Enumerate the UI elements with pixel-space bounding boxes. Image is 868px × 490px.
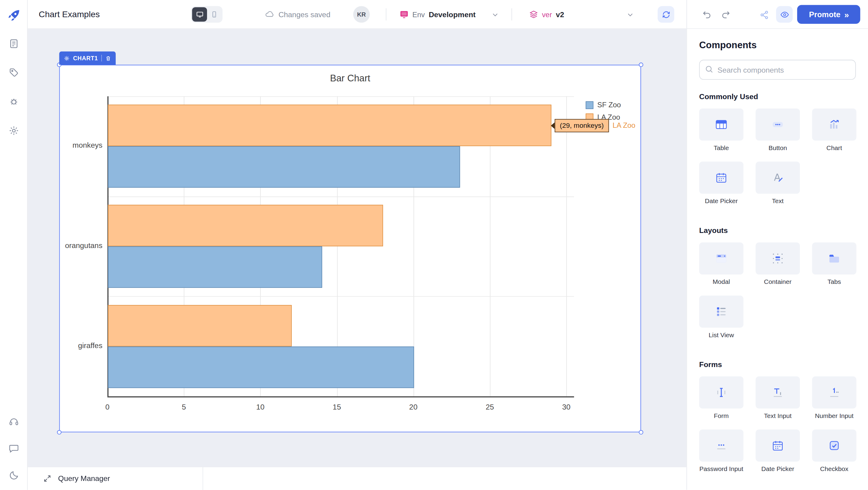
chart-widget[interactable]: Bar Chart monkeysorangutansgiraffes05101… [59, 65, 641, 432]
tooltip-series-label: LA Zoo [613, 121, 635, 130]
bar-la-zoo-monkeys[interactable] [108, 105, 552, 147]
desktop-view-button[interactable] [192, 7, 207, 22]
component-card-checkbox[interactable] [812, 429, 856, 462]
component-card-text[interactable] [755, 161, 800, 194]
component-card-button[interactable] [755, 109, 800, 141]
x-axis-line [107, 396, 574, 397]
bar-la-zoo-giraffes[interactable] [108, 305, 291, 346]
app-logo[interactable] [0, 5, 28, 25]
mobile-view-button[interactable] [207, 7, 221, 22]
search-components-input[interactable] [699, 60, 856, 80]
phone-icon [210, 10, 218, 19]
bar-sf-zoo-giraffes[interactable] [108, 346, 414, 388]
component-item-text-input: Text Input [755, 376, 800, 419]
sidebar-item-feedback[interactable] [0, 438, 28, 458]
component-card-list-view[interactable] [699, 296, 744, 328]
chart-legend: SF ZooLA Zoo [586, 101, 621, 121]
component-item-container: Container [755, 242, 800, 285]
component-card-password-input[interactable] [699, 429, 744, 462]
component-search [699, 60, 856, 80]
section-title: Layouts [699, 226, 856, 235]
bar-la-zoo-orangutans[interactable] [108, 205, 383, 246]
user-avatar[interactable]: KR [353, 6, 370, 23]
component-card-table[interactable] [699, 109, 744, 141]
sidebar-item-support[interactable] [0, 412, 28, 432]
gridline [566, 96, 567, 397]
component-card-number-input[interactable] [812, 376, 856, 409]
component-item-tabs: Tabs [812, 242, 856, 285]
sidebar-item-debugger[interactable] [0, 91, 28, 111]
resize-handle-top-right[interactable] [639, 63, 644, 67]
query-manager-bar[interactable]: Query Manager [28, 466, 687, 490]
expand-icon[interactable] [43, 474, 52, 483]
container-icon [771, 252, 784, 265]
env-icon [400, 10, 408, 19]
version-selector[interactable]: ver v2 [529, 0, 634, 29]
resize-handle-bottom-left[interactable] [57, 430, 61, 434]
double-chevron-icon: » [844, 10, 848, 19]
section-title: Forms [699, 360, 856, 369]
x-tick-label: 25 [478, 403, 501, 411]
component-grid: TableButtonChartDate PickerText [699, 109, 856, 204]
redo-button[interactable] [718, 8, 733, 22]
save-status: Changes saved [265, 0, 330, 29]
resize-handle-bottom-right[interactable] [639, 430, 644, 434]
component-card-tabs[interactable] [812, 242, 856, 275]
component-card-container[interactable] [755, 242, 800, 275]
top-bar: Chart Examples Changes saved KR Env Deve… [28, 0, 868, 29]
components-panel-title: Components [699, 40, 856, 51]
environment-selector[interactable]: Env Development [400, 0, 499, 29]
env-value: Development [429, 10, 475, 19]
component-item-form: Form [699, 376, 744, 419]
app-canvas[interactable]: CHART1 Bar Chart monkeysorangutansgiraff… [28, 29, 687, 467]
calendar-icon [715, 172, 728, 184]
component-grid: ModalContainerTabsList View [699, 242, 856, 338]
undo-icon [702, 10, 712, 20]
x-tick-label: 30 [555, 403, 577, 411]
x-tick-label: 20 [402, 403, 424, 411]
checkbox-icon [828, 439, 841, 452]
widget-tag[interactable]: CHART1 [59, 52, 116, 65]
chart-icon [828, 118, 841, 130]
gridline [107, 196, 574, 197]
form-cursor-icon [715, 386, 728, 398]
component-label: Chart [827, 144, 842, 151]
widget-delete-icon[interactable] [105, 55, 111, 61]
component-card-text-input[interactable] [755, 376, 800, 409]
panel-section: LayoutsModalContainerTabsList View [699, 226, 856, 338]
component-card-modal[interactable] [699, 242, 744, 275]
bug-icon [8, 96, 20, 107]
divider [386, 8, 386, 21]
component-card-date-picker[interactable] [699, 161, 744, 194]
component-card-form[interactable] [699, 376, 744, 409]
share-button[interactable] [757, 8, 772, 22]
legend-item-sf-zoo[interactable]: SF Zoo [586, 101, 621, 109]
category-label: giraffes [60, 341, 102, 350]
bar-sf-zoo-monkeys[interactable] [108, 146, 460, 188]
sidebar-item-pages[interactable] [0, 34, 28, 54]
preview-button[interactable] [776, 6, 793, 23]
version-label: ver [542, 10, 552, 19]
table-icon [714, 118, 728, 130]
cloud-icon [265, 9, 275, 19]
component-card-chart[interactable] [812, 109, 856, 141]
query-manager-title: Query Manager [58, 474, 110, 483]
tooltip-value: (29, monkeys) [555, 119, 609, 132]
promote-label: Promote [809, 10, 840, 19]
widget-settings-icon[interactable] [64, 55, 70, 61]
divider [203, 467, 203, 490]
refresh-app-button[interactable] [658, 6, 674, 23]
calendar-icon [771, 439, 784, 452]
sidebar-item-theme-toggle[interactable] [0, 466, 28, 486]
component-label: Password Input [699, 466, 743, 472]
category-label: orangutans [60, 241, 102, 250]
sidebar-item-tags[interactable] [0, 63, 28, 83]
sidebar-item-settings[interactable] [0, 121, 28, 141]
undo-button[interactable] [700, 8, 714, 22]
category-label: monkeys [60, 141, 102, 150]
bar-sf-zoo-orangutans[interactable] [108, 246, 322, 288]
moon-icon [8, 470, 20, 481]
component-card-date-picker[interactable] [755, 429, 800, 462]
component-item-number-input: Number Input [812, 376, 856, 419]
promote-button[interactable]: Promote » [797, 5, 860, 24]
